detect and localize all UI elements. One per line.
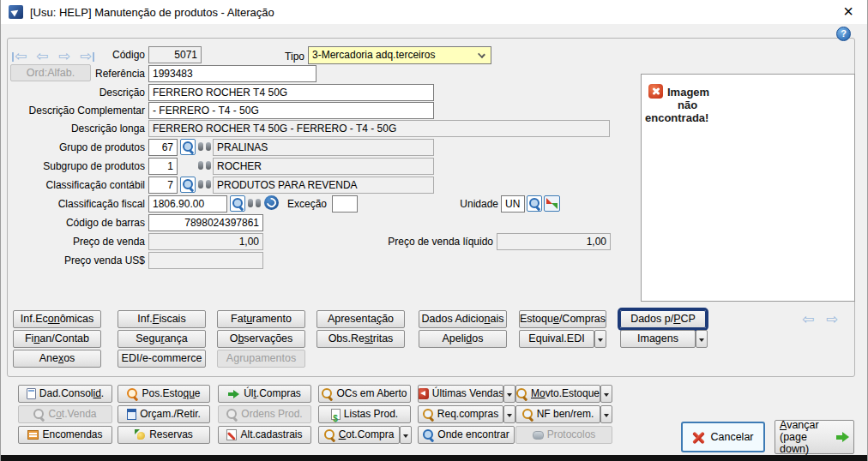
image-message-line: Imagem: [667, 86, 709, 99]
tab-dados-pcp[interactable]: Dados p/PCP: [620, 310, 706, 328]
tab-imagens[interactable]: Imagens: [620, 330, 696, 348]
stock-position-icon: [127, 388, 138, 399]
tab-anexos[interactable]: Anexos: [13, 350, 101, 368]
tab-obs-restritas[interactable]: Obs.Restritas: [316, 330, 405, 348]
price-list-icon: [331, 409, 341, 420]
tab-agrupamentos: Agrupamentos: [217, 350, 305, 368]
image-prev-icon[interactable]: ⇦: [802, 312, 814, 326]
alt-cadastrais-button[interactable]: Alt.cadastrais: [218, 426, 311, 444]
image-message-line: não: [678, 99, 697, 111]
subgrupo-binoculars-icon[interactable]: [198, 161, 211, 170]
reservas-button[interactable]: Reservas: [118, 426, 210, 444]
window-title: [Usu: HELP] Manutenção de produtos - Alt…: [30, 6, 274, 19]
help-icon[interactable]: ?: [836, 27, 851, 41]
cancel-button[interactable]: Cancelar: [681, 422, 765, 452]
tipo-label: Tipo: [258, 51, 304, 63]
codigo-field[interactable]: 5071: [148, 46, 202, 63]
tab-equival-edi[interactable]: Equival.EDI: [519, 330, 594, 348]
cot-compra-dropdown[interactable]: [400, 426, 412, 444]
subgrupo-name-field: ROCHER: [213, 158, 434, 175]
tab-seguranca[interactable]: Segurança: [118, 330, 206, 348]
ult-compras-button[interactable]: Últ.Compras: [218, 385, 311, 403]
movto-estoque-dropdown[interactable]: [600, 385, 612, 403]
cancel-x-icon: [692, 431, 705, 444]
subgrupo-code-field[interactable]: 1: [148, 158, 178, 175]
tipo-select[interactable]: 3-Mercadoria adq.terceiros: [308, 46, 491, 64]
tab-inf-fiscais[interactable]: Inf.Fiscais: [118, 310, 206, 328]
tab-apresentacao[interactable]: Apresentação: [316, 310, 405, 328]
tab-estoque-compras[interactable]: Estoque/Compras: [519, 310, 606, 328]
excecao-field[interactable]: [332, 195, 358, 213]
tab-imagens-dropdown[interactable]: [696, 330, 708, 348]
tab-inf-economicas[interactable]: Inf.Econômicas: [13, 310, 101, 328]
tab-observacoes[interactable]: Observações: [217, 330, 305, 348]
advance-arrow-icon: [836, 431, 849, 443]
pos-estoque-button[interactable]: Pos.Estoque: [118, 385, 210, 403]
unidade-field[interactable]: UN: [501, 195, 525, 213]
classificacao-contabil-binoculars-icon[interactable]: [198, 180, 211, 189]
title-bar: [Usu: HELP] Manutenção de produtos - Alt…: [1, 0, 868, 24]
image-message-line: encontrada!: [645, 111, 708, 124]
refresh-icon[interactable]: [264, 195, 279, 210]
cot-venda-button: Cot.Venda: [18, 405, 112, 423]
classificacao-fiscal-binoculars-icon[interactable]: [248, 199, 261, 207]
tab-dados-adicionais[interactable]: Dados Adicionais: [419, 310, 507, 328]
descricao-field[interactable]: FERRERO ROCHER T4 50G: [148, 84, 434, 101]
chevron-down-icon: [478, 51, 485, 58]
descricao-complementar-field[interactable]: - FERRERO - T4 - 50G: [148, 102, 434, 119]
cot-compra-button[interactable]: Cot.Compra: [318, 426, 400, 444]
search-icon: [322, 388, 333, 399]
search-icon: [423, 409, 434, 420]
classificacao-fiscal-field[interactable]: 1806.90.00: [148, 195, 227, 213]
encomendas-button[interactable]: Encomendas: [18, 426, 112, 444]
tipo-selected-value: 3-Mercadoria adq.terceiros: [312, 49, 435, 61]
orcam-retir-button[interactable]: Orçam./Retir.: [118, 405, 210, 423]
onde-encontrar-button[interactable]: Onde encontrar: [418, 426, 515, 444]
preco-venda-usd-field: [148, 252, 263, 269]
tab-equival-edi-dropdown[interactable]: [594, 330, 606, 348]
budget-icon: [127, 409, 136, 420]
search-icon: [516, 388, 527, 399]
tab-faturamento[interactable]: Faturamento: [217, 310, 305, 328]
edit-record-icon: [226, 429, 237, 440]
unit-conversion-icon[interactable]: [544, 195, 560, 212]
search-icon: [522, 409, 533, 420]
req-compras-button[interactable]: Req.compras: [418, 405, 503, 423]
ultimas-vendas-dropdown[interactable]: [503, 385, 515, 403]
ocs-em-aberto-button[interactable]: OCs em Aberto: [318, 385, 411, 403]
descricao-complementar-label: Descrição Complementar: [8, 105, 145, 117]
referencia-field[interactable]: 1993483: [148, 65, 316, 82]
search-icon: [33, 409, 45, 420]
grupo-code-field[interactable]: 67: [148, 139, 178, 156]
ordens-prod-button: Ordens Prod.: [218, 405, 311, 423]
grupo-binoculars-icon[interactable]: [198, 142, 211, 151]
image-next-icon[interactable]: ⇨: [826, 312, 838, 326]
ultimas-vendas-button[interactable]: Últimas Vendas: [418, 385, 503, 403]
calculator-icon: [27, 430, 39, 440]
grupo-lookup-button[interactable]: [180, 139, 196, 155]
nf-ben-rem-button[interactable]: NF ben/rem.: [515, 405, 600, 423]
tab-edi-ecommerce[interactable]: EDI/e-commerce: [118, 350, 206, 368]
descricao-label: Descrição: [8, 87, 145, 99]
codigo-barras-field[interactable]: 7898024397861: [148, 214, 263, 231]
taskbar-strip: [1, 455, 868, 461]
reservations-icon: [135, 429, 146, 440]
nf-ben-rem-dropdown[interactable]: [600, 405, 612, 423]
last-purchases-icon: [228, 388, 240, 399]
dad-consolid-button[interactable]: Dad.Consolid.: [18, 385, 112, 403]
tab-finan-contab[interactable]: Finan/Contab: [13, 330, 101, 348]
req-compras-dropdown[interactable]: [503, 405, 515, 423]
codigo-label: Código: [8, 49, 145, 61]
classificacao-fiscal-lookup-button[interactable]: [230, 195, 245, 212]
app-icon: [9, 5, 23, 19]
movto-estoque-button[interactable]: Movto.Estoque: [515, 385, 600, 403]
classificacao-contabil-lookup-button[interactable]: [180, 177, 196, 193]
classificacao-contabil-code-field[interactable]: 7: [148, 177, 178, 194]
preco-venda-liquido-field: 1,00: [497, 233, 611, 250]
classificacao-contabil-label: Classificação contábil: [8, 179, 145, 191]
unidade-lookup-button[interactable]: [527, 195, 542, 212]
listas-prod-button[interactable]: Listas Prod.: [318, 405, 411, 423]
close-icon[interactable]: ×: [838, 1, 859, 21]
tab-apelidos[interactable]: Apelidos: [419, 330, 507, 348]
advance-button[interactable]: Avançar (page down): [775, 420, 854, 454]
